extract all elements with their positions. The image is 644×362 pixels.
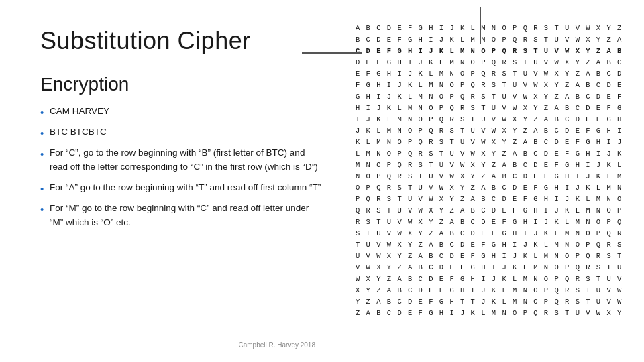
cipher-row-12: M N O P Q R S T U V W X Y Z A B C D E F … bbox=[356, 160, 623, 171]
bullet-5: For “M” go to the row beginning with “C”… bbox=[40, 202, 322, 230]
vertical-bar bbox=[480, 7, 481, 44]
cipher-row-21: V W X Y Z A B C D E F G H I J K L M N O … bbox=[356, 262, 623, 274]
cipher-row-25: Z A B C D E F G H I J K L M N O P Q R S … bbox=[356, 308, 623, 319]
cipher-row-20: U V W X Y Z A B C D E F G H I J K L M N … bbox=[356, 251, 623, 262]
cipher-row-14: O P Q R S T U V W X Y Z A B C D E F G H … bbox=[356, 182, 623, 194]
bullet-2: BTC BTCBTC bbox=[40, 125, 322, 139]
cipher-row-22: W X Y Z A B C D E F G H I J K L M N O P … bbox=[356, 274, 623, 285]
cipher-row-23: X Y Z A B C D E F G H I J K L M N O P Q … bbox=[356, 285, 623, 296]
bullet-3: For “C”, go to the row beginning with “B… bbox=[40, 146, 322, 174]
bullet-1: CAM HARVEY bbox=[40, 105, 322, 119]
cipher-row-16: Q R S T U V W X Y Z A B C D E F G H I J … bbox=[356, 205, 623, 217]
cipher-row-9: J K L M N O P Q R S T U V W X Y Z A B C … bbox=[356, 125, 623, 137]
cipher-row-2: C D E F G H I J K L M N O P Q R S T U V … bbox=[356, 46, 623, 57]
footer-credit: Campbell R. Harvey 2018 bbox=[40, 337, 322, 349]
slide-container: Substitution Cipher Encryption CAM HARVE… bbox=[0, 0, 644, 362]
right-panel: A B C D E F G H I J K L M N O P Q R S T … bbox=[349, 0, 644, 362]
cipher-row-17: R S T U V W X Y Z A B C D E F G H I J K … bbox=[356, 217, 623, 228]
section-heading: Encryption bbox=[40, 74, 322, 95]
cipher-row-5: F G H I J K L M N O P Q R S T U V W X Y … bbox=[356, 80, 623, 91]
cipher-row-15: P Q R S T U V W X Y Z A B C D E F G H I … bbox=[356, 194, 623, 205]
cipher-row-13: N O P Q R S T U V W X Y Z A B C D E F G … bbox=[356, 171, 623, 182]
cipher-row-7: H I J K L M N O P Q R S T U V W X Y Z A … bbox=[356, 103, 623, 114]
pointer-line bbox=[302, 52, 362, 54]
bullet-list: CAM HARVEY BTC BTCBTC For “C”, go to the… bbox=[40, 105, 322, 236]
bullet-4: For “A” go to the row beginning with “T”… bbox=[40, 181, 322, 195]
cipher-row-1: B C D E F G H I J K L M N O P Q R S T U … bbox=[356, 34, 623, 46]
cipher-row-24: Y Z A B C D E F G H T T J K L M N O P Q … bbox=[356, 296, 623, 308]
cipher-row-6: G H I J K L M N O P Q R S T U V W X Y Z … bbox=[356, 91, 623, 103]
cipher-row-8: I J K L M N O P Q R S T U V W X Y Z A B … bbox=[356, 114, 623, 125]
left-panel: Substitution Cipher Encryption CAM HARVE… bbox=[0, 0, 349, 362]
slide-title: Substitution Cipher bbox=[40, 27, 322, 55]
cipher-row-4: E F G H I J K L M N O P Q R S T U V W X … bbox=[356, 68, 623, 80]
cipher-row-0: A B C D E F G H I J K L M N O P Q R S T … bbox=[356, 23, 623, 34]
cipher-row-11: L M N O P Q R S T U V W X Y Z A B C D E … bbox=[356, 148, 623, 160]
cipher-row-3: D E F G H I J K L M N O P Q R S T U V W … bbox=[356, 57, 623, 68]
cipher-row-18: S T U V W X Y Z A B C D E F G H I J K L … bbox=[356, 228, 623, 239]
cipher-row-10: K L M N O P Q R S T U V W X Y Z A B C D … bbox=[356, 137, 623, 148]
cipher-table: A B C D E F G H I J K L M N O P Q R S T … bbox=[356, 23, 623, 319]
cipher-row-19: T U V W X Y Z A B C D E F G H I J K L M … bbox=[356, 239, 623, 251]
